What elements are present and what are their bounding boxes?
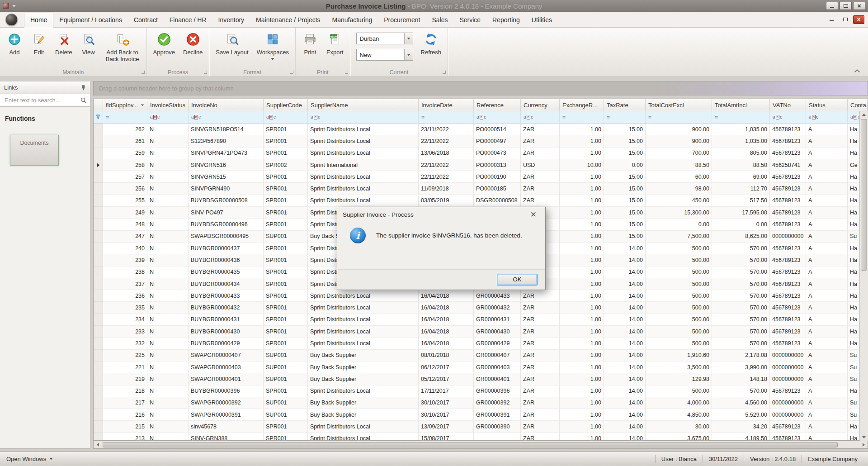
table-row[interactable]: 261NS1234567890SPR001Sprint Distributors…: [94, 135, 868, 147]
cell-currency[interactable]: ZAR: [521, 124, 560, 135]
h-scrollbar-thumb[interactable]: [103, 442, 838, 447]
column-header-reference[interactable]: Reference: [474, 99, 521, 111]
cell-totalcostexcl[interactable]: 1,910.60: [646, 350, 712, 361]
column-header-totalcostexcl[interactable]: TotalCostExcl: [646, 99, 712, 111]
cell-fldsuppinv[interactable]: 238: [103, 266, 147, 278]
tab-manufacturing[interactable]: Manufacturing: [326, 13, 378, 27]
cell-invoiceno[interactable]: SWAPGR00000392: [189, 397, 264, 409]
cell-vatno[interactable]: 0000000000: [770, 397, 806, 409]
cell-status[interactable]: A: [806, 314, 848, 326]
cell-reference[interactable]: [474, 433, 521, 440]
cell-suppliercode[interactable]: SPR001: [264, 302, 308, 314]
cell-currency[interactable]: ZAR: [521, 195, 560, 207]
cell-taxrate[interactable]: 14.00: [604, 278, 646, 290]
cell-totalcostexcl[interactable]: 500.00: [646, 385, 712, 397]
cell-totalcostexcl[interactable]: 88.50: [646, 159, 712, 171]
site-select[interactable]: Durban: [356, 33, 413, 44]
cell-totalcostexcl[interactable]: 500.00: [646, 290, 712, 302]
cell-fldsuppinv[interactable]: 235: [103, 302, 147, 314]
cell-taxrate[interactable]: 14.00: [604, 266, 646, 278]
cell-taxrate[interactable]: 15.00: [604, 231, 646, 243]
column-header-status[interactable]: Status: [806, 99, 848, 111]
cell-fldsuppinv[interactable]: 233: [103, 326, 147, 338]
cell-invoicedate[interactable]: 15/08/2017: [419, 433, 474, 440]
table-row[interactable]: 255NBUYBDSGR00000508SPR001Sprint Distrib…: [94, 195, 868, 207]
cell-suppliername[interactable]: Buy Back Supplier: [308, 397, 419, 409]
cell-totalcostexcl[interactable]: 4,000.00: [646, 397, 712, 409]
cell-taxrate[interactable]: 14.00: [604, 254, 646, 266]
cell-status[interactable]: A: [806, 278, 848, 290]
cell-suppliername[interactable]: Sprint Distributors Local: [308, 124, 419, 135]
cell-invoicedate[interactable]: 05/12/2017: [419, 373, 474, 385]
cell-invoiceno[interactable]: SINVGRN515: [189, 171, 264, 183]
cell-invoiceno[interactable]: BUYBGR00000396: [189, 385, 264, 397]
cell-currency[interactable]: ZAR: [521, 373, 560, 385]
cell-taxrate[interactable]: 14.00: [604, 409, 646, 421]
cell-invoiceno[interactable]: SINVPGRN490: [189, 183, 264, 195]
scroll-up-arrow[interactable]: [860, 111, 868, 118]
cell-invoicedate[interactable]: 16/04/2018: [419, 338, 474, 349]
cell-suppliercode[interactable]: SPR001: [264, 266, 308, 278]
cell-exchanger[interactable]: 1.00: [560, 231, 604, 243]
cell-taxrate[interactable]: 15.00: [604, 171, 646, 183]
cell-taxrate[interactable]: 14.00: [604, 350, 646, 361]
cell-reference[interactable]: GR00000407: [474, 350, 521, 361]
tab-utilities[interactable]: Utilities: [526, 13, 558, 27]
cell-totalcostexcl[interactable]: 3,675.00: [646, 433, 712, 440]
cell-totalcostexcl[interactable]: 900.00: [646, 135, 712, 147]
tab-equipment-locations[interactable]: Equipment / Locations: [53, 13, 128, 27]
column-header-invoicestatus[interactable]: InvoiceStatus: [147, 99, 189, 111]
open-windows-button[interactable]: Open Windows: [5, 456, 55, 462]
cell-invoicedate[interactable]: 11/09/2018: [419, 183, 474, 195]
cell-totalamtincl[interactable]: 2,178.08: [712, 350, 770, 361]
filter-cell-taxrate[interactable]: =: [604, 111, 646, 124]
export-button[interactable]: XLSHExport: [323, 29, 347, 68]
cell-status[interactable]: A: [806, 290, 848, 302]
cell-exchanger[interactable]: 1.00: [560, 243, 604, 254]
cell-totalcostexcl[interactable]: 500.00: [646, 254, 712, 266]
filter-cell-invoiceno[interactable]: abc: [189, 111, 264, 124]
cell-invoicestatus[interactable]: N: [147, 350, 189, 361]
search-icon[interactable]: [80, 97, 86, 103]
app-icon[interactable]: [3, 3, 9, 9]
cell-invoicedate[interactable]: 16/04/2018: [419, 326, 474, 338]
cell-suppliercode[interactable]: SUP001: [264, 373, 308, 385]
cell-fldsuppinv[interactable]: 232: [103, 338, 147, 349]
cell-status[interactable]: A: [806, 421, 848, 433]
cell-vatno[interactable]: 456789123: [770, 290, 806, 302]
titlebar-minimize-button[interactable]: [826, 2, 838, 10]
add-back-to-back-invoice-button[interactable]: Add Back to Back Invoice: [101, 29, 144, 68]
cell-currency[interactable]: ZAR: [521, 183, 560, 195]
cell-totalamtincl[interactable]: 112.70: [712, 183, 770, 195]
cell-taxrate[interactable]: 14.00: [604, 373, 646, 385]
cell-totalcostexcl[interactable]: 7,500.00: [646, 231, 712, 243]
cell-totalamtincl[interactable]: 4,189.50: [712, 433, 770, 440]
cell-suppliername[interactable]: Sprint Distributors Local: [308, 326, 419, 338]
column-header-invoiceno[interactable]: InvoiceNo: [189, 99, 264, 111]
cell-vatno[interactable]: 456789123: [770, 147, 806, 159]
cell-currency[interactable]: ZAR: [521, 385, 560, 397]
cell-suppliercode[interactable]: SPR001: [264, 385, 308, 397]
titlebar-close-button[interactable]: ×: [853, 2, 865, 10]
cell-invoicestatus[interactable]: N: [147, 409, 189, 421]
cell-totalcostexcl[interactable]: 0.00: [646, 219, 712, 230]
cell-totalamtincl[interactable]: 570.00: [712, 243, 770, 254]
cell-exchanger[interactable]: 1.00: [560, 207, 604, 219]
cell-exchanger[interactable]: 10.00: [560, 159, 604, 171]
cell-taxrate[interactable]: 14.00: [604, 433, 646, 440]
cell-reference[interactable]: GR00000432: [474, 302, 521, 314]
table-row[interactable]: 236NBUYBGR00000433SPR001Sprint Distribut…: [94, 290, 868, 302]
cell-totalamtincl[interactable]: 17,595.00: [712, 207, 770, 219]
cell-totalcostexcl[interactable]: 98.00: [646, 183, 712, 195]
cell-invoiceno[interactable]: BUYBGR00000434: [189, 278, 264, 290]
cell-reference[interactable]: PO0000185: [474, 183, 521, 195]
cell-suppliercode[interactable]: SUP001: [264, 361, 308, 373]
cell-status[interactable]: A: [806, 231, 848, 243]
cell-exchanger[interactable]: 1.00: [560, 314, 604, 326]
cell-suppliercode[interactable]: SPR001: [264, 326, 308, 338]
cell-totalamtincl[interactable]: 8,625.00: [712, 231, 770, 243]
cell-vatno[interactable]: 456789123: [770, 135, 806, 147]
cell-invoiceno[interactable]: BUYBGR00000432: [189, 302, 264, 314]
table-row[interactable]: 221NSWAPGR00000403SUP001Buy Back Supplie…: [94, 361, 868, 373]
table-row[interactable]: 219NSWAPGR00000401SUP001Buy Back Supplie…: [94, 373, 868, 385]
